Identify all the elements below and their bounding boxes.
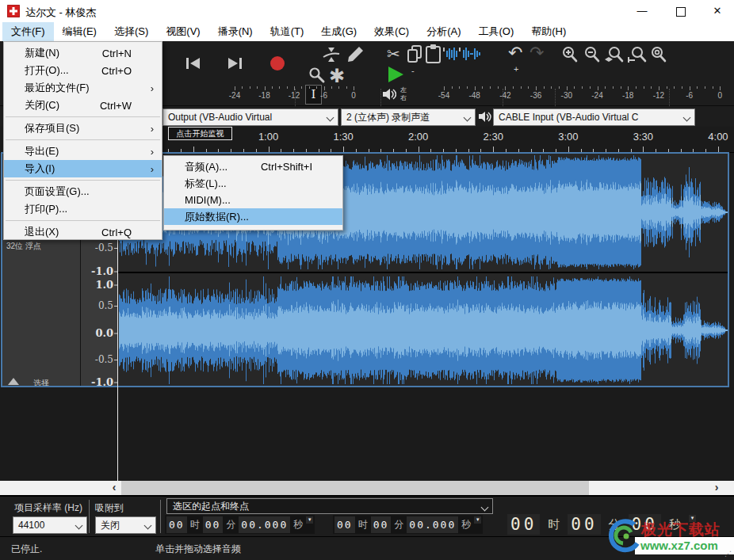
draw-tool-icon[interactable] [346, 45, 365, 64]
file-menu-item-11[interactable]: 打印(P)... [4, 200, 162, 218]
import-submenu-item-2[interactable]: MIDI(M)... [164, 192, 342, 208]
scrollbar-thumb[interactable] [121, 481, 589, 495]
file-menu-item-label: 退出(X) [25, 225, 59, 239]
file-menu-item-label: 新建(N) [25, 46, 59, 60]
file-menu-separator [6, 116, 160, 117]
import-submenu-item-3[interactable]: 原始数据(R)... [164, 208, 342, 225]
timeline-label: 3:30 [633, 131, 653, 143]
project-rate-select[interactable]: 44100 [13, 516, 87, 534]
file-menu-item-13[interactable]: 退出(X)Ctrl+Q [4, 223, 162, 241]
time-digit-group[interactable]: 00 [371, 516, 392, 533]
file-menu-separator [6, 139, 160, 140]
paste-icon[interactable] [426, 44, 441, 63]
menubar-item-3[interactable]: 视图(V) [157, 22, 208, 41]
status-hint: 单击并拖动选择音频 [155, 543, 241, 556]
time-digit-group[interactable]: 00 [507, 514, 540, 535]
timeline-tick [269, 147, 270, 152]
time-digit-group[interactable]: 00 [568, 514, 600, 535]
scroll-left-arrow[interactable]: ‹ [108, 481, 120, 495]
scroll-right-arrow[interactable]: › [710, 481, 723, 495]
undo-icon[interactable]: ↶ [508, 44, 522, 62]
file-menu-item-7[interactable]: 导出(E)› [4, 143, 162, 160]
file-menu-item-5[interactable]: 保存项目(S)› [4, 120, 162, 137]
input-device-select[interactable]: CABLE Input (VB-Audio Virtual C [493, 109, 695, 126]
file-menu-item-3[interactable]: 关闭(C)Ctrl+W [4, 97, 162, 114]
import-submenu-item-label: 标签(L)... [185, 177, 227, 191]
time-digit-group[interactable]: 00.000 [407, 516, 458, 533]
time-unit-label: 时 [190, 518, 200, 531]
selection-range-mode-value: 选区的起点和终点 [173, 500, 249, 513]
selection-start-field[interactable]: 00时00分00.000秒▾ [165, 515, 315, 534]
time-unit-label: 时 [548, 517, 560, 532]
submenu-arrow-icon: › [151, 146, 154, 158]
window-title: 达尔文 - 林俊杰 [25, 6, 97, 20]
import-submenu-item-0[interactable]: 音频(A)...Ctrl+Shift+I [164, 158, 342, 175]
menubar-item-1[interactable]: 编辑(E) [54, 22, 105, 41]
zoom-to-selection-icon[interactable] [605, 46, 625, 63]
recording-channels-select[interactable]: 2 (立体声) 录制声道 [341, 109, 476, 126]
timeline-tick [493, 147, 494, 152]
zoom-out-icon[interactable] [583, 46, 601, 63]
monitor-tooltip[interactable]: 点击开始监视 [168, 127, 232, 140]
cut-icon[interactable]: ✂ [387, 46, 400, 62]
maximize-button[interactable] [668, 0, 692, 22]
copy-icon[interactable] [407, 45, 422, 63]
close-button[interactable]: ✕ [705, 0, 729, 22]
zoom-tool-icon[interactable] [308, 67, 326, 84]
selection-end-field[interactable]: 00时00分00.000秒▾ [333, 515, 483, 534]
skip-to-start-button[interactable] [185, 57, 201, 70]
minimize-button[interactable]: — [630, 0, 654, 22]
menubar-item-10[interactable]: 帮助(H) [522, 22, 575, 41]
watermark-logo [607, 516, 642, 556]
menubar-item-0[interactable]: 文件(F) [2, 22, 54, 41]
multi-tool-icon[interactable]: ✱ [329, 67, 345, 86]
menubar-item-5[interactable]: 轨道(T) [262, 22, 313, 41]
time-digit-group[interactable]: 00 [166, 516, 187, 533]
play-button[interactable] [388, 67, 404, 82]
selection-range-mode-select[interactable]: 选区的起点和终点 [166, 498, 493, 514]
import-submenu-item-1[interactable]: 标签(L)... [164, 175, 342, 192]
meter-scale-label: -42 [499, 91, 510, 100]
skip-to-end-button[interactable] [227, 57, 243, 70]
menubar-item-6[interactable]: 生成(G) [312, 22, 365, 41]
file-menu-item-8[interactable]: 导入(I)› [4, 160, 162, 177]
file-menu-item-label: 保存项目(S) [25, 121, 79, 135]
output-device-select[interactable]: Output (VB-Audio Virtual [162, 109, 338, 126]
menubar-item-2[interactable]: 选择(S) [105, 22, 157, 41]
silence-audio-icon[interactable] [463, 47, 480, 61]
menubar-item-8[interactable]: 分析(A) [418, 22, 469, 41]
file-menu-item-shortcut: Ctrl+O [101, 65, 132, 77]
time-digit-group[interactable]: 00.000 [239, 516, 290, 533]
time-format-dropdown-icon[interactable]: ▾ [474, 516, 481, 524]
snap-to-select[interactable]: 关闭 [95, 516, 156, 534]
trim-audio-icon[interactable] [443, 47, 461, 61]
menubar-item-9[interactable]: 工具(O) [469, 22, 522, 41]
time-format-dropdown-icon[interactable]: ▾ [306, 516, 313, 524]
zoom-toggle-icon[interactable] [650, 46, 667, 63]
file-menu-item-10[interactable]: 页面设置(G)... [4, 183, 162, 200]
import-submenu-item-label: MIDI(M)... [185, 194, 231, 206]
menubar-item-4[interactable]: 播录(N) [209, 22, 262, 41]
record-button[interactable] [270, 55, 285, 71]
file-menu-item-0[interactable]: 新建(N)Ctrl+N [4, 44, 162, 62]
zoom-fit-icon[interactable] [628, 46, 648, 63]
file-menu-item-1[interactable]: 打开(O)...Ctrl+O [4, 62, 162, 79]
time-digit-group[interactable]: 00 [203, 516, 224, 533]
track-collapse-button[interactable] [8, 378, 19, 385]
empty-track-area[interactable] [0, 387, 734, 481]
time-digit-group[interactable]: 00 [335, 516, 355, 533]
timeline-label: 1:00 [258, 131, 278, 143]
file-menu-item-2[interactable]: 最近的文件(F)› [4, 79, 162, 97]
menu-bar: 文件(F)编辑(E)选择(S)视图(V)播录(N)轨道(T)生成(G)效果(C)… [0, 22, 734, 41]
file-menu-item-label: 打印(P)... [25, 202, 67, 216]
menubar-item-7[interactable]: 效果(C) [365, 22, 418, 41]
file-menu-separator [6, 180, 160, 181]
meter-scale-label: -48 [468, 91, 480, 100]
ruler-label: -0.5 [95, 354, 113, 365]
resize-grip[interactable]: ⋰ [724, 550, 732, 558]
redo-icon[interactable]: ↷ [529, 44, 544, 62]
envelope-tool-icon[interactable] [323, 46, 340, 63]
snap-to-label: 吸附到 [95, 501, 124, 515]
submenu-arrow-icon: › [151, 123, 154, 135]
zoom-in-icon[interactable] [561, 46, 579, 63]
